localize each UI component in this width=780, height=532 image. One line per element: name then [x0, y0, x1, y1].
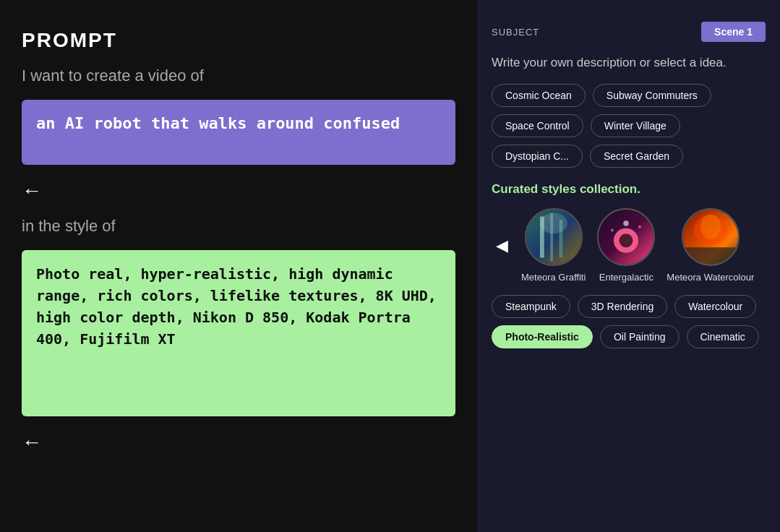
style-circle — [682, 208, 740, 266]
carousel-prev-button[interactable]: ◀ — [492, 236, 513, 255]
style-tag-chip[interactable]: Cinematic — [687, 325, 759, 348]
styles-carousel: ◀ Meteora GraffitiEntergalacticMeteora W… — [492, 208, 766, 284]
svg-rect-14 — [683, 247, 738, 265]
style-tag-chip[interactable]: Oil Painting — [600, 325, 680, 348]
subject-chip[interactable]: Space Control — [492, 114, 583, 137]
subject-chip[interactable]: Cosmic Ocean — [492, 84, 586, 107]
style-circle — [525, 208, 583, 266]
svg-point-7 — [620, 233, 633, 247]
svg-point-10 — [638, 225, 641, 228]
svg-point-8 — [624, 220, 630, 226]
style-item[interactable]: Entergalactic — [597, 208, 655, 284]
style-intro-text: in the style of — [22, 217, 455, 236]
style-item[interactable]: Meteora Graffiti — [521, 208, 586, 284]
subject-chip[interactable]: Winter Village — [591, 114, 680, 137]
style-tag-chip[interactable]: Watercolour — [674, 295, 756, 318]
svg-point-4 — [540, 213, 567, 233]
svg-point-9 — [611, 228, 614, 231]
curated-label: Curated styles collection. — [492, 182, 766, 197]
style-item-name: Meteora Watercolour — [667, 272, 754, 284]
style-tags: Steampunk3D RenderingWatercolourPhoto-Re… — [492, 295, 766, 348]
style-items-list: Meteora GraffitiEntergalacticMeteora Wat… — [521, 208, 754, 284]
subject-input[interactable] — [22, 100, 455, 165]
right-panel: SUBJECT Scene 1 Write your own descripti… — [477, 0, 780, 532]
left-panel: PROMPT I want to create a video of ← in … — [0, 0, 477, 532]
intro-text: I want to create a video of — [22, 66, 455, 85]
right-header: SUBJECT Scene 1 — [492, 22, 766, 42]
back-arrow-1[interactable]: ← — [22, 179, 51, 202]
subject-chips: Cosmic OceanSubway CommutersSpace Contro… — [492, 84, 766, 168]
back-arrow-2[interactable]: ← — [22, 431, 51, 454]
subject-chip[interactable]: Subway Commuters — [593, 84, 711, 107]
style-item-name: Meteora Graffiti — [521, 272, 586, 284]
style-tag-chip[interactable]: Steampunk — [492, 295, 570, 318]
style-item-name: Entergalactic — [599, 272, 653, 284]
style-tag-chip[interactable]: Photo-Realistic — [492, 325, 593, 348]
subject-label: SUBJECT — [492, 27, 539, 38]
subject-chip[interactable]: Dystopian C... — [492, 145, 583, 168]
style-item[interactable]: Meteora Watercolour — [667, 208, 754, 284]
subject-chip[interactable]: Secret Garden — [590, 145, 683, 168]
style-tag-chip[interactable]: 3D Rendering — [578, 295, 667, 318]
description-text: Write your own description or select a i… — [492, 53, 766, 72]
style-circle — [597, 208, 655, 266]
svg-point-13 — [700, 214, 721, 239]
prompt-label: PROMPT — [22, 29, 455, 52]
style-input[interactable] — [22, 250, 455, 416]
scene-badge: Scene 1 — [701, 22, 766, 42]
